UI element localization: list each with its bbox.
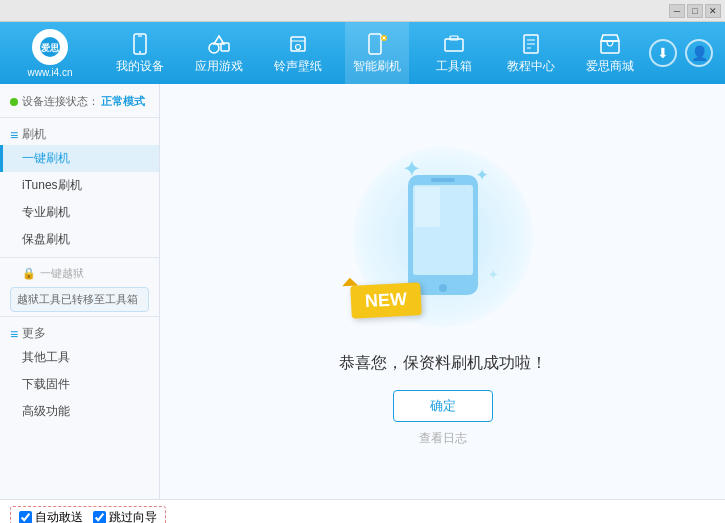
via-wizard-text: 跳过向导 [109,509,157,523]
title-bar: ─ □ ✕ [0,0,725,22]
phone-illustration: ✦ ✦ ✦ NEW [343,137,543,337]
lock-icon: 🔒 [22,267,36,280]
nav-ringtone[interactable]: 铃声壁纸 [266,22,330,84]
sidebar-item-download-firmware[interactable]: 下载固件 [0,371,159,398]
confirm-button[interactable]: 确定 [393,390,493,422]
close-btn[interactable]: ✕ [705,4,721,18]
svg-point-10 [295,44,300,49]
nav-smart-flash-label: 智能刷机 [353,58,401,75]
group-flash-label: 刷机 [22,126,46,143]
sidebar-item-jailbreak: 🔒 一键越狱 [0,262,159,283]
svg-rect-11 [369,34,381,54]
nav-toolbox-label: 工具箱 [436,58,472,75]
svg-rect-25 [431,178,455,182]
phone-svg [403,170,483,300]
svg-rect-16 [450,36,458,40]
sidebar: 设备连接状态： 正常模式 ≡ 刷机 一键刷机 iTunes刷机 专业刷机 保盘刷… [0,84,160,499]
view-daily-link[interactable]: 查看日志 [419,430,467,447]
sidebar-group-more[interactable]: ≡ 更多 [0,321,159,344]
success-message: 恭喜您，保资料刷机成功啦！ [339,353,547,374]
auto-restart-text: 自动敢送 [35,509,83,523]
svg-rect-22 [601,41,619,53]
sidebar-group-flash[interactable]: ≡ 刷机 [0,122,159,145]
download-btn[interactable]: ⬇ [649,39,677,67]
shop-icon [596,32,624,56]
logo-icon: 爱思 [38,35,62,59]
phone-icon [126,32,154,56]
sidebar-item-itunes-flash[interactable]: iTunes刷机 [0,172,159,199]
jailbreak-notice: 越狱工具已转移至工具箱 [10,287,149,312]
sidebar-item-pro-flash[interactable]: 专业刷机 [0,199,159,226]
status-dot [10,98,18,106]
checkboxes-container: 自动敢送 跳过向导 [10,506,166,523]
sidebar-item-advanced[interactable]: 高级功能 [0,398,159,425]
bottom-panel: 自动敢送 跳过向导 📱 iPhone 12 mini 64GB Down-12m… [0,499,725,523]
svg-text:爱思: 爱思 [41,43,60,53]
nav-toolbox[interactable]: 工具箱 [424,22,484,84]
auto-restart-checkbox[interactable] [19,511,32,523]
content-area: ✦ ✦ ✦ NEW 恭喜您，保资料刷机成功啦！ 确定 [160,84,725,499]
tools-icon [440,32,468,56]
account-btn[interactable]: 👤 [685,39,713,67]
ringtone-icon [284,32,312,56]
nav-app-game-label: 应用游戏 [195,58,243,75]
group-flash-icon: ≡ [10,127,18,143]
via-wizard-checkbox[interactable] [93,511,106,523]
sidebar-item-one-key-flash[interactable]: 一键刷机 [0,145,159,172]
bottom-checkboxes-row: 自动敢送 跳过向导 [0,500,725,523]
nav-my-device-label: 我的设备 [116,58,164,75]
header-right: ⬇ 👤 [649,39,725,67]
flash-icon [363,32,391,56]
sidebar-item-save-flash[interactable]: 保盘刷机 [0,226,159,253]
divider-1 [0,117,159,118]
nav-tutorial[interactable]: 教程中心 [499,22,563,84]
nav-shop-label: 爱思商城 [586,58,634,75]
logo-circle: 爱思 [32,29,68,65]
maximize-btn[interactable]: □ [687,4,703,18]
nav-smart-flash[interactable]: 智能刷机 [345,22,409,84]
svg-point-4 [139,51,141,53]
nav-items: 我的设备 应用游戏 铃声壁纸 智能刷机 工具箱 [100,22,649,84]
sparkle-3: ✦ [488,268,498,282]
nav-tutorial-label: 教程中心 [507,58,555,75]
divider-3 [0,316,159,317]
status-mode: 正常模式 [101,94,145,109]
minimize-btn[interactable]: ─ [669,4,685,18]
new-badge-text: NEW [364,288,407,310]
svg-marker-21 [601,35,619,41]
group-more-label: 更多 [22,325,46,342]
group-more-icon: ≡ [10,326,18,342]
book-icon [517,32,545,56]
svg-rect-15 [445,39,463,51]
header: 爱思 www.i4.cn 我的设备 应用游戏 铃声壁纸 [0,22,725,84]
logo-area: 爱思 www.i4.cn [0,29,100,78]
nav-app-game[interactable]: 应用游戏 [187,22,251,84]
nav-ringtone-label: 铃声壁纸 [274,58,322,75]
nav-my-device[interactable]: 我的设备 [108,22,172,84]
sidebar-item-other-tools[interactable]: 其他工具 [0,344,159,371]
logo-subtitle: www.i4.cn [27,67,72,78]
new-badge: NEW [350,282,422,319]
divider-2 [0,257,159,258]
svg-point-26 [439,284,447,292]
main-area: 设备连接状态： 正常模式 ≡ 刷机 一键刷机 iTunes刷机 专业刷机 保盘刷… [0,84,725,499]
svg-rect-27 [415,187,440,227]
nav-shop[interactable]: 爱思商城 [578,22,642,84]
via-wizard-label[interactable]: 跳过向导 [93,509,157,523]
status-label: 设备连接状态： [22,94,99,109]
auto-restart-label[interactable]: 自动敢送 [19,509,83,523]
apps-icon [205,32,233,56]
sidebar-status: 设备连接状态： 正常模式 [0,88,159,113]
